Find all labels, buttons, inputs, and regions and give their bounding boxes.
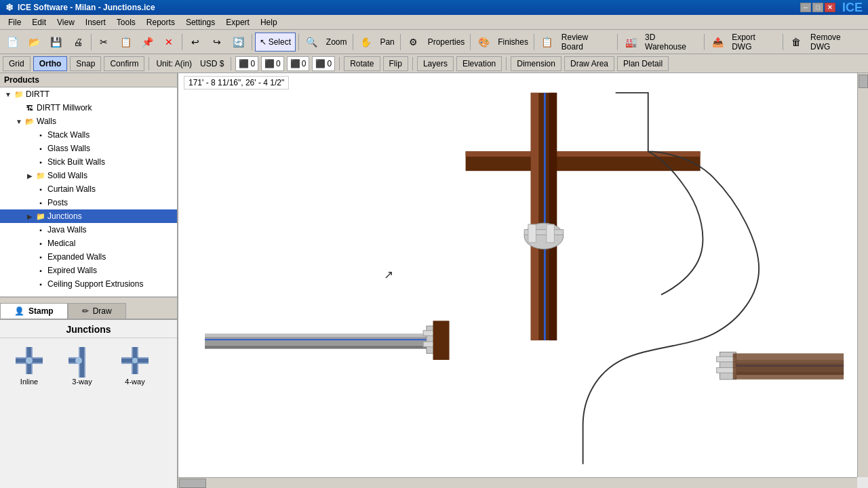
scroll-thumb-vertical[interactable]: [859, 75, 868, 88]
flip-button[interactable]: Flip: [383, 56, 408, 71]
main-toolbar: 📄 📂 💾 🖨 ✂ 📋 📌 ✕ ↩ ↪ 🔄 ↖ Select 🔍 Zoom ✋ …: [0, 30, 868, 54]
menu-help[interactable]: Help: [255, 16, 283, 28]
delete-button[interactable]: ✕: [159, 33, 179, 52]
stamp-tab[interactable]: 👤 Stamp: [0, 303, 68, 319]
svg-point-4: [26, 357, 33, 364]
title-text: ICE Software - Milan - Junctions.ice: [18, 3, 155, 12]
confirm-button[interactable]: Confirm: [104, 56, 144, 71]
finishes-label: Finishes: [495, 37, 531, 47]
ortho-button[interactable]: Ortho: [33, 56, 68, 71]
scrollbar-horizontal[interactable]: [178, 477, 857, 488]
properties-label: Properties: [425, 37, 468, 47]
maximize-button[interactable]: □: [812, 3, 823, 12]
expander-millwork[interactable]: ▶: [14, 102, 24, 113]
svg-rect-18: [531, 93, 539, 340]
scroll-thumb-horizontal[interactable]: [179, 479, 206, 488]
pan-button[interactable]: ✋: [356, 33, 376, 52]
junction-3way[interactable]: 3-way: [58, 344, 106, 386]
open-button[interactable]: 📂: [24, 33, 45, 52]
dirtt-label: DIRTT: [26, 89, 50, 99]
inline-icon: [12, 344, 46, 378]
draw-tab[interactable]: ✏ Draw: [68, 303, 126, 319]
paste-button[interactable]: 📌: [137, 33, 157, 52]
tree-node-java[interactable]: ▶ ▪ Java Walls: [0, 223, 177, 237]
tree-node-solid-walls[interactable]: ▶ 📁 Solid Walls: [0, 169, 177, 182]
menu-file[interactable]: File: [3, 16, 26, 28]
cut-button[interactable]: ✂: [94, 33, 115, 52]
snap-button[interactable]: Snap: [70, 56, 101, 71]
zoom-button[interactable]: 🔍: [302, 33, 322, 52]
properties-icon[interactable]: ⚙: [403, 33, 424, 52]
sep2: [182, 34, 182, 50]
stick-built-label: Stick Built Walls: [47, 157, 105, 167]
save-button[interactable]: 💾: [46, 33, 66, 52]
tree-node-walls[interactable]: ▼ 📂 Walls: [0, 115, 177, 128]
layers-button[interactable]: Layers: [417, 56, 454, 71]
svg-rect-16: [466, 151, 701, 157]
junction-inline[interactable]: Inline: [5, 344, 53, 386]
expander-solid[interactable]: ▶: [24, 170, 35, 181]
export-dwg-icon[interactable]: 📤: [707, 33, 728, 52]
zoom-label: Zoom: [323, 37, 350, 47]
menu-reports[interactable]: Reports: [141, 16, 180, 28]
sep-t2-3: [339, 57, 340, 70]
junction-4way[interactable]: 4-way: [111, 344, 159, 386]
dimension-button[interactable]: Dimension: [511, 56, 561, 71]
tree-node-dirtt[interactable]: ▼ 📁 DIRTT: [0, 87, 177, 101]
expired-walls-label: Expired Walls: [47, 266, 97, 275]
elevation-button[interactable]: Elevation: [456, 56, 502, 71]
product-tree[interactable]: ▼ 📁 DIRTT ▶ 🏗 DIRTT Millwork ▼ 📂 Walls: [0, 87, 177, 297]
menu-edit[interactable]: Edit: [26, 16, 52, 28]
item-icon-stack: ▪: [35, 129, 46, 140]
tree-node-medical[interactable]: ▶ ▪ Medical: [0, 237, 177, 250]
junction-items: Inline 3-way: [0, 338, 177, 391]
tree-node-stack-walls[interactable]: ▶ ▪ Stack Walls: [0, 128, 177, 142]
close-button[interactable]: ✕: [825, 3, 835, 12]
sep3: [252, 34, 252, 50]
menu-expert[interactable]: Expert: [220, 16, 255, 28]
review-board-icon[interactable]: 📋: [537, 33, 557, 52]
tree-node-expired[interactable]: ▶ ▪ Expired Walls: [0, 264, 177, 277]
expander-junctions[interactable]: ▶: [24, 211, 35, 222]
tree-node-curtain[interactable]: ▶ ▪ Curtain Walls: [0, 182, 177, 196]
undo-button[interactable]: ↩: [185, 33, 205, 52]
title-bar: ❄ ICE Software - Milan - Junctions.ice ─…: [0, 0, 868, 15]
stamp-icon: 👤: [14, 306, 24, 316]
tree-node-glass-walls[interactable]: ▶ ▪ Glass Walls: [0, 142, 177, 155]
expander-walls[interactable]: ▼: [14, 116, 24, 127]
rotate-button[interactable]: Rotate: [344, 56, 380, 71]
tree-node-expanded[interactable]: ▶ ▪ Expanded Walls: [0, 250, 177, 264]
canvas-area[interactable]: 171' - 8 11/16", 26' - 4 1/2": [178, 73, 868, 488]
select-button[interactable]: ↖ Select: [255, 33, 296, 52]
tree-node-posts[interactable]: ▶ ▪ Posts: [0, 196, 177, 209]
counter-red-icon: ⬛: [239, 59, 249, 68]
doc-button[interactable]: 📋: [115, 33, 136, 52]
warehouse-icon[interactable]: 🏭: [620, 33, 641, 52]
sep4: [298, 34, 299, 50]
redo-button[interactable]: ↪: [207, 33, 227, 52]
sep-t2-4: [412, 57, 413, 70]
menu-tools[interactable]: Tools: [111, 16, 141, 28]
draw-label: Draw: [93, 306, 112, 316]
tree-node-millwork[interactable]: ▶ 🏗 DIRTT Millwork: [0, 101, 177, 115]
refresh-button[interactable]: 🔄: [229, 33, 249, 52]
plan-detail-button[interactable]: Plan Detail: [617, 56, 669, 71]
print-button[interactable]: 🖨: [68, 33, 88, 52]
new-button[interactable]: 📄: [3, 33, 23, 52]
menu-settings[interactable]: Settings: [180, 16, 220, 28]
scrollbar-vertical[interactable]: [857, 73, 868, 477]
menu-insert[interactable]: Insert: [80, 16, 111, 28]
finishes-icon[interactable]: 🎨: [473, 33, 494, 52]
svg-rect-32: [433, 321, 450, 360]
menu-view[interactable]: View: [52, 16, 80, 28]
expander-dirtt[interactable]: ▼: [3, 89, 14, 100]
tree-node-stick-built[interactable]: ▶ ▪ Stick Built Walls: [0, 155, 177, 169]
main-canvas[interactable]: ↗: [178, 73, 857, 477]
draw-area-button[interactable]: Draw Area: [564, 56, 614, 71]
remove-dwg-icon[interactable]: 🗑: [786, 33, 806, 52]
tree-node-junctions[interactable]: ▶ 📁 Junctions: [0, 209, 177, 223]
pan-label: Pan: [377, 37, 397, 47]
grid-button[interactable]: Grid: [3, 56, 31, 71]
tree-node-ceiling[interactable]: ▶ ▪ Ceiling Support Extrusions: [0, 277, 177, 291]
minimize-button[interactable]: ─: [800, 3, 811, 12]
